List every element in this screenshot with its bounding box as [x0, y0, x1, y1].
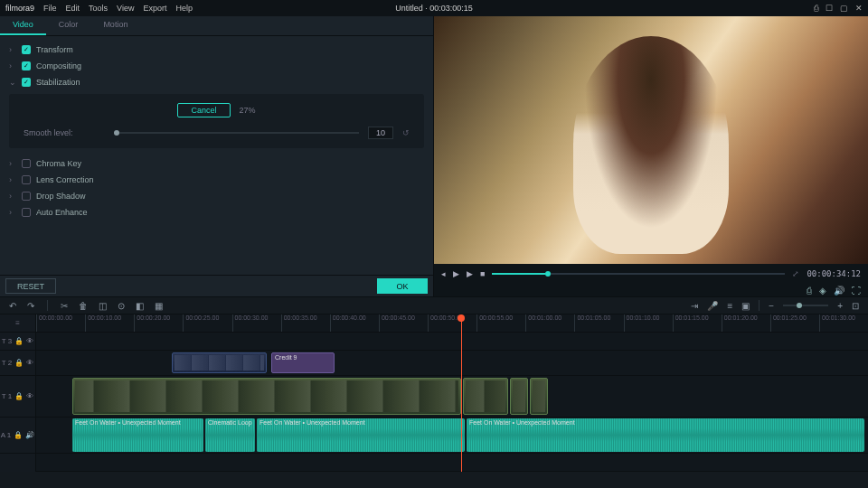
video-preview[interactable]: [434, 16, 868, 264]
prop-stabilization[interactable]: ⌄✓Stabilization: [9, 74, 424, 90]
menu-view[interactable]: View: [117, 4, 134, 13]
close-icon[interactable]: ✕: [855, 4, 863, 13]
clip-countdown[interactable]: Countdown5: [172, 352, 267, 373]
menubar: filmora9 File Edit Tools View Export Hel…: [0, 0, 868, 16]
menu-help[interactable]: Help: [175, 4, 193, 13]
timeline-toolbar: ↶ ↷ ✂ 🗑 ◫ ⊙ ◧ ▦ ⇥ 🎤 ≡ ▣ − + ⊡: [0, 296, 868, 314]
playhead[interactable]: [461, 314, 462, 472]
lock-icon[interactable]: 🔒: [14, 431, 23, 439]
restore-icon[interactable]: ☐: [826, 4, 833, 13]
track-manage-icon[interactable]: ≡: [15, 319, 20, 327]
prop-drop-shadow[interactable]: ›Drop Shadow: [9, 188, 424, 204]
tab-video[interactable]: Video: [0, 16, 46, 35]
prev-frame-icon[interactable]: ◂: [441, 269, 446, 278]
eye-icon[interactable]: 👁: [26, 392, 33, 400]
ok-button[interactable]: OK: [377, 278, 428, 294]
prop-compositing[interactable]: ›✓Compositing: [9, 58, 424, 74]
maximize-icon[interactable]: ▢: [840, 4, 848, 13]
play-icon[interactable]: ▶: [453, 269, 459, 278]
color-icon[interactable]: ◧: [136, 301, 144, 311]
clip-main1[interactable]: download_Pexels_Videos_1253686…: [72, 378, 461, 415]
volume-icon[interactable]: 🔊: [834, 286, 844, 296]
checkbox-icon[interactable]: [22, 159, 31, 168]
prop-lens-correction[interactable]: ›Lens Correction: [9, 172, 424, 188]
next-frame-icon[interactable]: ▶: [467, 269, 473, 278]
zoom-fit-icon[interactable]: ⊡: [852, 301, 859, 311]
preview-panel: ◂ ▶ ▶ ■ ⤢ 00:00:34:12 ⎙ ◈ 🔊 ⛶: [434, 16, 868, 296]
progress-bar[interactable]: [492, 273, 785, 275]
prop-chroma-key[interactable]: ›Chroma Key: [9, 155, 424, 172]
zoom-out-icon[interactable]: −: [769, 301, 774, 311]
menu-edit[interactable]: Edit: [66, 4, 80, 13]
smooth-slider[interactable]: [114, 132, 359, 134]
clip-main4[interactable]: [530, 378, 548, 415]
track-a1[interactable]: Feet On Water • Unexpected Moment Cinema…: [36, 418, 868, 454]
timecode: 00:00:34:12: [807, 269, 861, 278]
checkbox-icon[interactable]: ✓: [22, 61, 31, 70]
prop-transform[interactable]: ›✓Transform: [9, 42, 424, 58]
zoom-in-icon[interactable]: +: [837, 301, 843, 311]
eye-icon[interactable]: 👁: [26, 337, 33, 345]
clip-credit[interactable]: Credit 9: [271, 352, 335, 373]
checkbox-icon[interactable]: [22, 175, 31, 184]
green-screen-icon[interactable]: ▦: [155, 301, 163, 311]
clip-main2[interactable]: [463, 378, 508, 415]
speed-icon[interactable]: ⊙: [118, 301, 125, 311]
reset-button[interactable]: RESET: [5, 278, 56, 294]
checkbox-icon[interactable]: [22, 208, 31, 217]
tab-color[interactable]: Color: [46, 16, 91, 35]
timeline: ≡ T 3🔒👁 T 2🔒👁 T 1🔒👁 A 1🔒🔊 00:00:00.0000:…: [0, 314, 868, 472]
eye-icon[interactable]: 👁: [26, 359, 33, 367]
menu-export[interactable]: Export: [143, 4, 166, 13]
quality-icon[interactable]: ◈: [819, 286, 826, 296]
reset-field-icon[interactable]: ↺: [402, 128, 410, 137]
track-t1[interactable]: download_Pexels_Videos_1253686…: [36, 376, 868, 418]
redo-icon[interactable]: ↷: [27, 301, 34, 311]
smooth-input[interactable]: [368, 127, 393, 139]
document-title: Untitled · 00:03:00:15: [395, 4, 473, 13]
lock-icon[interactable]: 🔒: [14, 392, 24, 400]
mixer-icon[interactable]: ≡: [727, 301, 732, 311]
track-t2[interactable]: Countdown5 Credit 9: [36, 351, 868, 376]
prop-auto-enhance[interactable]: ›Auto Enhance: [9, 204, 424, 221]
cut-icon[interactable]: ✂: [61, 301, 68, 311]
checkbox-icon[interactable]: ✓: [22, 45, 31, 54]
save-icon[interactable]: ⎙: [814, 4, 818, 13]
tab-motion[interactable]: Motion: [90, 16, 140, 35]
smooth-label: Smooth level:: [24, 128, 105, 137]
stop-icon[interactable]: ■: [480, 269, 485, 278]
mic-icon[interactable]: 🎤: [707, 301, 718, 311]
checkbox-icon[interactable]: [22, 192, 31, 201]
delete-icon[interactable]: 🗑: [79, 301, 88, 311]
zoom-slider[interactable]: [783, 305, 828, 306]
track-empty[interactable]: [36, 454, 868, 472]
clip-audio4[interactable]: Feet On Water • Unexpected Moment: [467, 418, 864, 452]
cancel-button[interactable]: Cancel: [177, 103, 230, 117]
menu-file[interactable]: File: [43, 4, 57, 13]
clip-audio1[interactable]: Feet On Water • Unexpected Moment: [72, 418, 203, 452]
clip-main3[interactable]: [510, 378, 528, 415]
progress-value: 27%: [240, 106, 256, 115]
marker-icon[interactable]: ⇥: [691, 301, 698, 311]
properties-panel: Video Color Motion ›✓Transform ›✓Composi…: [0, 16, 434, 296]
render-icon[interactable]: ▣: [741, 301, 750, 311]
mute-icon[interactable]: 🔊: [25, 431, 34, 439]
menu-tools[interactable]: Tools: [89, 4, 108, 13]
undo-icon[interactable]: ↶: [9, 301, 16, 311]
expand-icon[interactable]: ⤢: [792, 269, 799, 278]
time-ruler[interactable]: 00:00:00.0000:00:10.0000:00:20.0000:00:2…: [36, 314, 868, 333]
app-logo: filmora9: [5, 4, 34, 13]
lock-icon[interactable]: 🔒: [14, 337, 24, 345]
clip-audio2[interactable]: Cinematic Loop: [205, 418, 255, 452]
lock-icon[interactable]: 🔒: [14, 359, 24, 367]
crop-icon[interactable]: ◫: [99, 301, 107, 311]
clip-audio3[interactable]: Feet On Water • Unexpected Moment: [257, 418, 465, 452]
track-t3[interactable]: [36, 333, 868, 351]
fullscreen-icon[interactable]: ⛶: [852, 286, 861, 296]
checkbox-icon[interactable]: ✓: [22, 78, 31, 87]
snapshot-icon[interactable]: ⎙: [807, 286, 812, 296]
